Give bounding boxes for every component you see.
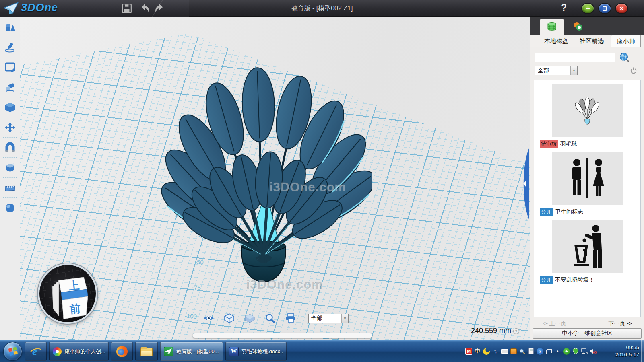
soft-keyboard-icon[interactable] — [501, 349, 508, 354]
eraser-icon[interactable] — [0, 77, 20, 97]
scale-caret-icon[interactable]: ▼ — [513, 328, 519, 334]
file-explorer-button[interactable] — [135, 342, 158, 361]
firefox-icon — [116, 346, 128, 357]
tab-community-featured[interactable]: 社区精选 — [576, 35, 608, 47]
minimize-button[interactable]: − — [581, 3, 594, 14]
toolbox-tray-icon[interactable] — [510, 348, 517, 354]
task-label: 羽毛球教程.docx ... — [242, 348, 283, 355]
display-filter-select[interactable]: 全部 ▼ — [308, 314, 349, 323]
clock-time: 09:55 — [615, 344, 639, 351]
item-name: 卫生间标志 — [555, 208, 583, 216]
nav-cube-top-face-label[interactable]: 上 — [68, 279, 80, 292]
horizontal-scrollbar[interactable] — [192, 333, 372, 338]
show-hidden-icons-chevron[interactable]: ▲ — [554, 348, 561, 355]
firefox-button[interactable] — [111, 342, 133, 361]
no-littering-thumbnail[interactable] — [552, 220, 623, 273]
restore-windows-tray-icon[interactable] — [545, 348, 552, 355]
scale-readout: 240.559 mm▼ — [431, 327, 519, 335]
help-button[interactable]: ? — [558, 2, 570, 14]
word-document-button[interactable]: W 羽毛球教程.docx ... — [225, 342, 287, 361]
shuttlecock-thumbnail[interactable] — [552, 84, 623, 137]
word-icon: W — [229, 347, 239, 356]
restroom-sign-thumbnail[interactable] — [552, 152, 623, 205]
close-button[interactable]: × — [615, 3, 628, 14]
maximize-button[interactable] — [598, 3, 611, 14]
chevron-down-icon[interactable]: ▼ — [570, 66, 577, 75]
print-icon[interactable] — [285, 313, 296, 323]
category-filter-select[interactable]: 全部 ▼ — [535, 66, 578, 75]
internet-explorer-button[interactable]: e — [25, 342, 47, 361]
volume-muted-icon[interactable] — [590, 348, 597, 355]
windows-taskbar: e 康小帅的个人创... 教育版 - [模型00... W 羽毛球教程.docx… — [0, 340, 644, 362]
list-item-no-littering-sign[interactable]: 公开 不要乱扔垃圾！ — [534, 220, 640, 284]
item-name: 不要乱扔垃圾！ — [555, 276, 594, 284]
power-icon[interactable] — [630, 67, 637, 74]
search-globe-icon[interactable] — [619, 52, 630, 63]
shuttlecock-model[interactable] — [155, 41, 372, 302]
status-badge: 公开 — [540, 276, 553, 284]
next-page-link[interactable]: 下一页 -> — [608, 320, 632, 327]
nav-cube-front-face-label[interactable]: 前 — [69, 302, 81, 316]
chevron-down-icon[interactable]: ▼ — [341, 314, 348, 323]
item-caption: 待审核 羽毛球 — [534, 140, 640, 148]
search-tray-icon[interactable] — [519, 348, 526, 355]
restore-icon — [603, 6, 607, 11]
start-button[interactable] — [3, 342, 22, 361]
eye-icon[interactable] — [203, 313, 214, 323]
list-item-shuttlecock[interactable]: 待审核 羽毛球 — [534, 84, 640, 148]
tab-local-disk[interactable]: 本地磁盘 — [540, 35, 572, 47]
measure-ruler-icon[interactable] — [0, 178, 20, 198]
primitive-shapes-icon[interactable] — [0, 17, 20, 37]
list-item-restroom-sign[interactable]: 公开 卫生间标志 — [534, 152, 640, 216]
render-sphere-icon[interactable] — [0, 198, 20, 218]
left-tool-palette — [0, 17, 20, 340]
tab-community-site[interactable] — [570, 20, 586, 33]
tab-local-library[interactable] — [540, 19, 564, 35]
folder-icon — [140, 348, 153, 356]
internet-explorer-icon: e — [30, 346, 42, 358]
pinwheel-icon — [53, 347, 62, 356]
3done-application-window: 3DOne 教育版 - [模型002.Z1] ? − × — [0, 0, 644, 362]
magnet-icon[interactable] — [0, 138, 20, 158]
svg-text:e: e — [32, 346, 37, 358]
document-tray-icon[interactable] — [528, 348, 535, 355]
panel-collapse-handle[interactable] — [520, 148, 529, 220]
move-icon[interactable] — [0, 117, 20, 138]
zoom-magnifier-icon[interactable] — [265, 313, 276, 323]
clock-date: 2016-5-17 — [615, 351, 639, 358]
browser-window-button[interactable]: 康小帅的个人创... — [49, 342, 109, 361]
taskbar-clock[interactable]: 09:55 2016-5-17 — [615, 344, 639, 358]
ime-mode-indicator[interactable]: °, — [492, 348, 499, 355]
model-list: 待审核 羽毛球 — [534, 80, 641, 317]
security-shield-icon[interactable] — [572, 348, 579, 355]
sketch-pen-icon[interactable] — [0, 37, 20, 57]
3done-app-icon — [164, 347, 173, 356]
feature-cube-icon[interactable] — [0, 97, 20, 117]
ime-language-indicator[interactable]: 中 — [474, 348, 481, 355]
title-bar: 3DOne 教育版 - [模型002.Z1] ? − × — [0, 0, 644, 17]
status-badge: 公开 — [540, 208, 553, 216]
view-navigation-cube[interactable]: 上 前 — [38, 263, 97, 324]
edit-sketch-icon[interactable] — [0, 57, 20, 77]
tab-user-kangxiaoshuai[interactable]: 康小帅 — [611, 35, 641, 47]
3d-viewport[interactable]: -25 -50 -75 -100 — [20, 17, 530, 340]
moon-ime-icon[interactable] — [483, 348, 490, 355]
safeguard-tray-icon[interactable]: + — [563, 348, 570, 355]
show-desktop-button[interactable] — [641, 340, 644, 362]
wireframe-cube-icon[interactable] — [224, 313, 235, 323]
search-input[interactable] — [535, 53, 615, 62]
3done-task-button[interactable]: 教育版 - [模型00... — [160, 342, 223, 361]
pagination: <- 上一页 下一页 -> — [534, 320, 641, 327]
pattern-cube-icon[interactable] — [0, 158, 20, 178]
network-tray-icon[interactable] — [581, 348, 588, 355]
previous-page-link[interactable]: <- 上一页 — [543, 320, 566, 327]
display-filter-value: 全部 — [309, 315, 341, 322]
task-label: 教育版 - [模型00... — [176, 348, 219, 355]
solid-cube-icon[interactable] — [244, 313, 255, 323]
windows-logo-icon — [7, 346, 18, 357]
tray-m-app-icon[interactable]: M — [465, 348, 472, 355]
category-filter-value: 全部 — [535, 67, 570, 74]
community-site-button[interactable]: 中小学三维创意社区 — [533, 328, 642, 339]
library-tabs: 本地磁盘 社区精选 康小帅 — [530, 35, 644, 47]
help-tray-icon[interactable]: ? — [537, 348, 543, 355]
